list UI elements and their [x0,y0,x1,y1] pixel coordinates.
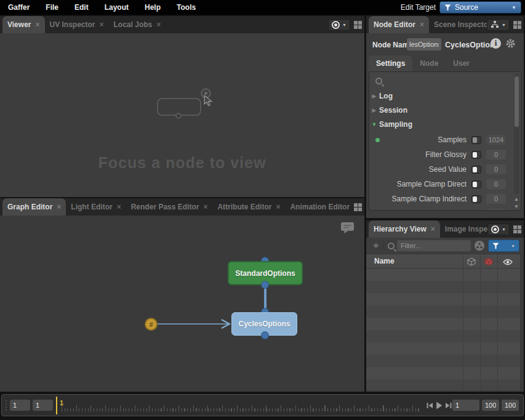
frame-field-a[interactable] [10,400,30,411]
tab-hierarchy-view[interactable]: Hierarchy View× [369,220,440,238]
section-log[interactable]: ▶ Log [369,90,521,102]
expanded-triangle-icon[interactable]: ▼ [369,121,379,127]
cube-outline-icon[interactable] [467,257,476,266]
playback-end-field[interactable] [502,400,519,411]
param-value-field[interactable]: 0 [486,209,506,211]
playhead[interactable] [56,397,57,414]
bookmark-star-icon[interactable]: ★ [372,241,380,250]
tab-local-jobs[interactable]: Local Jobs× [109,16,166,33]
tab-attribute-editor[interactable]: Attribute Editor× [212,198,285,216]
param-value-field[interactable]: 1024 [486,135,506,145]
timeline-bar: 1 [1,394,524,416]
hierarchy-filter-input[interactable] [397,240,471,251]
gear-icon[interactable] [505,38,516,49]
close-icon[interactable]: × [276,203,280,211]
enable-switch[interactable] [471,180,481,188]
tab-primitive-inspector[interactable]: Prim [363,198,364,216]
tab-graph-editor[interactable]: Graph Editor× [2,198,66,216]
tab-viewer[interactable]: Viewer× [2,16,45,33]
pin-scene-button[interactable]: ▼ [328,19,350,31]
filter-dropdown-button[interactable]: ▼ [488,240,519,252]
enable-switch[interactable] [471,136,481,144]
param-value-field[interactable]: 0 [486,194,506,204]
info-icon[interactable]: i [491,38,501,49]
chevron-down-icon: ▼ [511,5,516,10]
close-icon[interactable]: × [117,203,121,211]
collapsed-triangle-icon[interactable]: ▶ [369,93,379,99]
menu-layout[interactable]: Layout [97,0,137,15]
close-icon[interactable]: × [57,203,61,211]
scroll-up-icon[interactable]: ▲ [513,196,519,202]
node-set-button[interactable]: ▼ [487,19,510,31]
scrollbar-thumb[interactable] [515,76,519,127]
edit-target-label: Edit Target [401,0,436,15]
set-membership-icon[interactable] [474,240,485,251]
layout-grid-icon[interactable] [354,21,362,29]
param-value-field[interactable]: 0 [486,150,506,160]
subtab-node[interactable]: Node [412,55,446,71]
pin-scene-button[interactable]: ▼ [487,224,510,235]
node-name-input[interactable] [407,38,441,50]
section-sampling[interactable]: ▼ Sampling [369,118,521,131]
tab-render-pass-editor[interactable]: Render Pass Editor× [126,198,213,216]
column-divider [463,254,463,390]
close-icon[interactable]: × [100,20,104,29]
layout-grid-icon[interactable] [513,225,521,233]
close-icon[interactable]: × [420,20,424,29]
menu-help[interactable]: Help [137,0,169,15]
enable-switch[interactable] [471,210,481,211]
skip-to-end-icon[interactable] [445,402,452,409]
menu-file[interactable]: File [38,0,66,15]
node-editor-tabbar: Node Editor× Scene Inspecto ≡ ▼ [366,16,524,33]
viewer-empty-message: Focus a node to view [0,154,364,172]
scroll-down-icon[interactable]: ▼ [513,204,519,209]
subtab-user[interactable]: User [446,55,477,71]
node-output-port[interactable] [261,281,269,289]
scrollbar-track[interactable] [514,73,519,194]
layout-grid-icon[interactable] [513,21,521,29]
tab-scene-inspector[interactable]: Scene Inspecto [429,16,492,33]
drag-handle[interactable] [6,400,7,411]
close-icon[interactable]: × [35,20,39,29]
tab-animation-editor[interactable]: Animation Editor× [285,198,363,216]
search-icon[interactable] [375,78,382,84]
playhead-frame-label: 1 [60,399,63,406]
close-icon[interactable]: × [203,203,207,211]
subtab-settings[interactable]: Settings [369,55,412,71]
node-graph-icon [491,21,499,28]
close-icon[interactable]: × [156,20,161,29]
enable-switch[interactable] [471,195,481,203]
enable-switch[interactable] [471,166,481,174]
tab-node-editor[interactable]: Node Editor× [369,16,429,33]
tab-uv-inspector[interactable]: UV Inspector× [45,16,109,33]
play-icon[interactable] [436,402,443,410]
enable-switch[interactable] [471,151,481,159]
frame-field-b[interactable] [33,400,53,411]
section-session[interactable]: ▶ Session [369,104,521,116]
eye-icon[interactable] [503,259,513,265]
menu-edit[interactable]: Edit [66,0,97,15]
current-frame-field[interactable] [452,400,479,411]
graph-canvas[interactable]: StandardOptions CyclesOptions # [0,216,364,392]
param-value-field[interactable]: 0 [486,164,506,174]
context-variable-node[interactable]: # [145,318,158,331]
end-frame-field[interactable] [482,400,499,411]
tab-label: Hierarchy View [374,225,427,233]
close-icon[interactable]: × [431,225,435,233]
node-output-port[interactable] [261,331,269,339]
layout-grid-icon[interactable] [354,203,362,211]
edit-target-dropdown[interactable]: Source ▼ [439,1,521,14]
name-column-header[interactable]: Name [374,257,395,265]
tab-image-inspector[interactable]: Image Inspe [440,220,492,238]
tab-label: Attribute Editor [217,203,271,211]
param-value-field[interactable]: 0 [486,179,506,189]
collapsed-triangle-icon[interactable]: ▶ [369,107,379,113]
red-cube-icon[interactable] [484,257,493,266]
tab-label: Image Inspe [445,225,487,233]
menu-gaffer[interactable]: Gaffer [0,0,38,15]
param-label: Filter Glossy [374,150,467,159]
menu-tools[interactable]: Tools [169,0,204,15]
skip-to-start-icon[interactable] [427,402,433,409]
tab-light-editor[interactable]: Light Editor× [66,198,126,216]
viewer-viewport[interactable]: Focus a node to view [0,33,364,197]
